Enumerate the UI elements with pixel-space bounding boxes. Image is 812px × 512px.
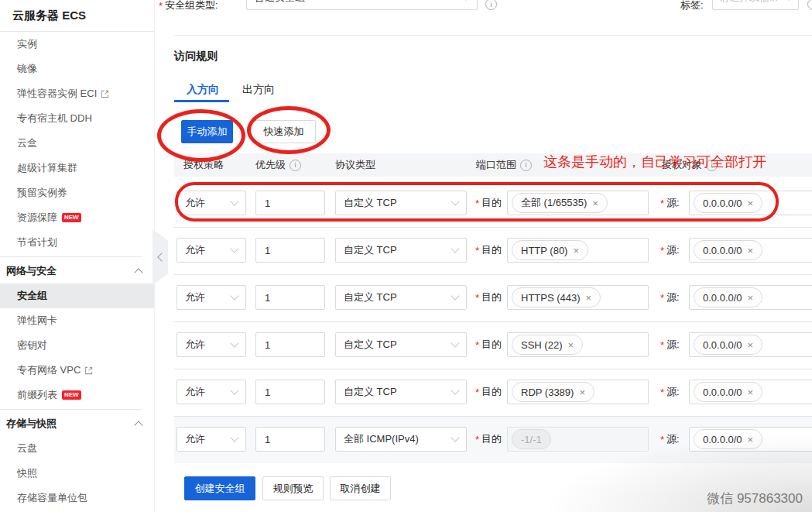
priority-field[interactable] xyxy=(256,239,324,262)
tab-inbound[interactable]: 入方向 xyxy=(187,83,219,97)
chevron-down-icon xyxy=(230,386,238,394)
port-tag-field[interactable]: HTTPS (443)× xyxy=(507,285,649,310)
sidebar-item-reserved-instances[interactable]: 预留实例券 xyxy=(0,180,154,205)
policy-select[interactable]: 允许 xyxy=(176,380,246,404)
tag-select[interactable]: 请选择或输... xyxy=(712,0,799,10)
priority-input xyxy=(255,285,325,310)
cancel-create-button[interactable]: 取消创建 xyxy=(330,476,391,500)
sidebar-item-resource-assurance[interactable]: 资源保障 NEW xyxy=(0,205,154,230)
port-tag-field[interactable]: RDP (3389)× xyxy=(507,380,649,404)
source-tag-field[interactable]: 0.0.0.0/0× xyxy=(689,285,812,310)
sidebar-item-vpc[interactable]: 专有网络 VPC xyxy=(0,358,154,383)
remove-tag-icon[interactable]: × xyxy=(748,293,754,303)
source-tag-field[interactable]: 0.0.0.0/0× xyxy=(689,191,812,215)
destination-label: *目的 xyxy=(475,191,502,215)
sidebar-section-storage[interactable]: 存储与快照 xyxy=(0,411,154,436)
quick-add-button[interactable]: 快速添加 xyxy=(252,120,316,143)
source-label: *源: xyxy=(660,332,680,357)
priority-field[interactable] xyxy=(256,333,324,356)
remove-tag-icon[interactable]: × xyxy=(748,246,754,256)
priority-input xyxy=(255,238,325,263)
watermark-text: 微信 957863300 xyxy=(707,490,803,507)
port-tag-field[interactable]: SSH (22)× xyxy=(507,332,649,357)
policy-select[interactable]: 允许 xyxy=(176,332,246,357)
sg-type-select[interactable]: 普通安全组 xyxy=(246,0,478,10)
remove-tag-icon[interactable]: × xyxy=(579,387,585,397)
sidebar-item-instances[interactable]: 实例 xyxy=(0,32,154,57)
source-tag-field[interactable]: 0.0.0.0/0× xyxy=(689,380,812,404)
tab-outbound[interactable]: 出方向 xyxy=(242,83,275,97)
sidebar-item-prefix-lists[interactable]: 前缀列表 NEW xyxy=(0,383,154,407)
sidebar-item-images[interactable]: 镜像 xyxy=(0,57,154,81)
destination-label: *目的 xyxy=(475,332,502,357)
sidebar-item-snapshots[interactable]: 快照 xyxy=(0,461,154,486)
row-divider xyxy=(174,274,812,275)
chevron-down-icon xyxy=(784,0,793,1)
policy-select[interactable]: 允许 xyxy=(176,285,246,310)
sidebar-item-eci[interactable]: 弹性容器实例 ECI xyxy=(0,81,154,106)
column-policy: 授权策略 xyxy=(183,153,224,177)
info-icon[interactable]: i xyxy=(520,160,532,171)
chevron-down-icon xyxy=(451,291,459,300)
sidebar-item-ddh[interactable]: 专有宿主机 DDH xyxy=(0,106,154,131)
remove-tag-icon[interactable]: × xyxy=(586,293,592,303)
remove-tag-icon[interactable]: × xyxy=(592,198,598,208)
remove-tag-icon[interactable]: × xyxy=(567,340,574,350)
sidebar-divider xyxy=(0,409,142,410)
chevron-down-icon xyxy=(451,244,459,253)
source-tag-field[interactable]: 0.0.0.0/0× xyxy=(689,427,812,452)
remove-tag-icon[interactable]: × xyxy=(748,387,754,397)
sidebar-item-eni[interactable]: 弹性网卡 xyxy=(0,308,154,333)
policy-select[interactable]: 允许 xyxy=(176,191,246,215)
sg-type-label: * 安全组类型: xyxy=(159,0,218,18)
row-divider xyxy=(174,227,812,228)
source-tag-field[interactable]: 0.0.0.0/0× xyxy=(689,238,812,263)
port-tag-field[interactable]: 全部 (1/65535)× xyxy=(507,191,649,215)
policy-select[interactable]: 允许 xyxy=(176,238,246,263)
priority-input xyxy=(255,427,325,452)
remove-tag-icon[interactable]: × xyxy=(748,198,754,208)
rule-preview-button[interactable]: 规则预览 xyxy=(262,476,324,500)
priority-field[interactable] xyxy=(256,428,324,451)
sidebar-section-network[interactable]: 网络与安全 xyxy=(0,259,154,283)
info-icon[interactable]: i xyxy=(807,0,812,10)
sidebar-item-savings-plan[interactable]: 节省计划 xyxy=(0,230,154,255)
create-security-group-button[interactable]: 创建安全组 xyxy=(184,476,255,500)
row-divider xyxy=(174,321,812,322)
protocol-select[interactable]: 自定义 TCP xyxy=(335,238,467,263)
sidebar: 云服务器 ECS 实例 镜像 弹性容器实例 ECI 专有宿主机 DDH 云盒 超… xyxy=(0,0,155,512)
protocol-select[interactable]: 自定义 TCP xyxy=(335,285,467,310)
destination-label: *目的 xyxy=(475,238,502,263)
source-tag-field[interactable]: 0.0.0.0/0× xyxy=(689,332,812,357)
protocol-select[interactable]: 自定义 TCP xyxy=(335,332,467,357)
sidebar-item-key-pairs[interactable]: 密钥对 xyxy=(0,333,154,358)
port-tag-field-disabled: -1/-1 xyxy=(507,427,649,452)
column-priority: 优先级i xyxy=(255,153,301,177)
sidebar-item-disks[interactable]: 云盘 xyxy=(0,436,154,461)
remove-tag-icon[interactable]: × xyxy=(748,340,754,350)
chevron-up-icon xyxy=(134,421,142,429)
info-icon[interactable]: i xyxy=(290,160,301,171)
chevron-down-icon xyxy=(230,244,238,253)
protocol-select[interactable]: 全部 ICMP(IPv4) xyxy=(335,427,467,452)
chevron-down-icon xyxy=(461,0,470,1)
protocol-select[interactable]: 自定义 TCP xyxy=(335,380,467,404)
remove-tag-icon[interactable]: × xyxy=(748,435,754,445)
priority-field[interactable] xyxy=(256,380,324,404)
remove-tag-icon[interactable]: × xyxy=(573,246,579,256)
port-tag-field[interactable]: HTTP (80)× xyxy=(507,238,649,263)
sidebar-item-supercomputing[interactable]: 超级计算集群 xyxy=(0,156,154,180)
protocol-select[interactable]: 自定义 TCP xyxy=(335,191,467,215)
priority-field[interactable] xyxy=(256,286,324,309)
chevron-down-icon xyxy=(230,433,238,442)
chevron-down-icon xyxy=(230,338,238,347)
sidebar-item-storage-capacity-units[interactable]: 存储容量单位包 xyxy=(0,486,154,510)
sidebar-item-cloudbox[interactable]: 云盒 xyxy=(0,131,154,156)
priority-field[interactable] xyxy=(256,191,324,215)
policy-select[interactable]: 允许 xyxy=(176,427,246,452)
manual-add-button[interactable]: 手动添加 xyxy=(181,120,233,143)
sidebar-item-security-groups[interactable]: 安全组 xyxy=(0,283,154,308)
external-link-icon xyxy=(101,90,109,98)
annotation-note: 这条是手动的，自己学习可全部打开 xyxy=(543,153,766,171)
info-icon[interactable]: i xyxy=(485,0,497,10)
